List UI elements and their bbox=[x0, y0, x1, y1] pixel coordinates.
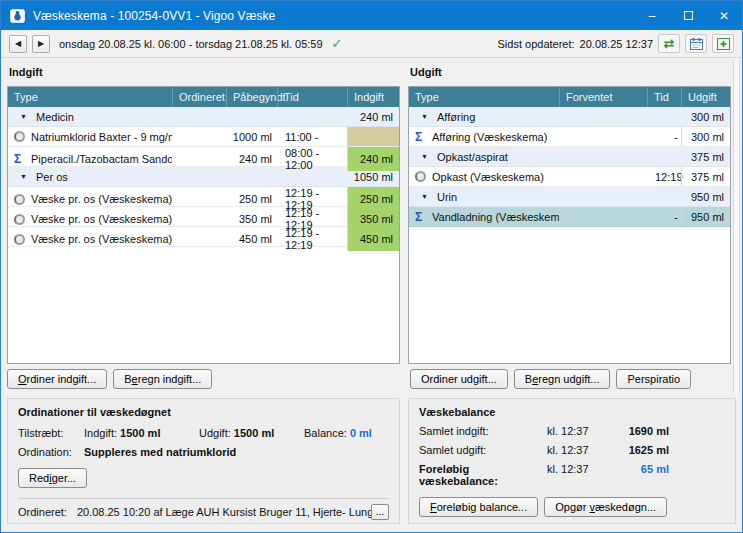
collapse-triangle-icon[interactable]: ▼ bbox=[20, 113, 30, 120]
time-value: - bbox=[647, 131, 681, 143]
row-label: Piperacil./Tazobactam Sandoz (4 g... bbox=[31, 153, 172, 165]
group-label: Medicin bbox=[36, 111, 74, 123]
minimize-button[interactable]: – bbox=[634, 1, 670, 30]
ordination-row: Ordination: Suppleres med natriumklorid bbox=[18, 446, 389, 459]
udgift-table-header: Type Forventet Tid Udgift bbox=[409, 87, 730, 107]
validated-check-icon: ✓ bbox=[332, 36, 343, 51]
more-details-button[interactable]: ... bbox=[371, 504, 389, 520]
infusion-status-icon bbox=[415, 171, 426, 182]
toolbar: ◀ ▶ onsdag 20.08.25 kl. 06:00 - torsdag … bbox=[1, 30, 742, 58]
arrow-left-icon: ◀ bbox=[15, 39, 21, 48]
row-label: Væske pr. os (Væskeskema) - Vand bbox=[31, 233, 172, 245]
ordinationer-targets-row: Tilstræbt: Indgift: 1500 ml Udgift: 1500… bbox=[18, 427, 389, 440]
forelobig-balance-button[interactable]: Foreløbig balance... bbox=[419, 497, 538, 517]
content-area: Indgift Type Ordineret Påbegyndt Tid Ind… bbox=[1, 58, 742, 524]
calendar-button[interactable] bbox=[685, 34, 707, 53]
vaeskebalance-panel: Væskebalance Samlet indgift: kl. 12:37 1… bbox=[408, 398, 736, 524]
table-row-group-opkast[interactable]: ▼Opkast/aspirat 375 ml bbox=[409, 147, 730, 167]
indgift-section-label: Indgift bbox=[9, 66, 400, 80]
row-label: Vandladning (Væskeskema) bbox=[432, 211, 559, 223]
collapse-triangle-icon[interactable]: ▼ bbox=[421, 113, 431, 120]
intake-value-cell bbox=[347, 127, 399, 146]
collapse-triangle-icon[interactable]: ▼ bbox=[421, 153, 431, 160]
time-range: 08:00 - 12:00 bbox=[277, 147, 347, 171]
samlet-udgift-value: 1625 ml bbox=[617, 444, 669, 457]
add-entry-button[interactable] bbox=[712, 34, 734, 53]
close-button[interactable]: ✕ bbox=[706, 1, 742, 30]
window-title: Væskeskema - 100254-0VV1 - Vigoo Væske bbox=[33, 9, 275, 23]
group-total-value: 375 ml bbox=[681, 147, 730, 166]
udgift-buttons: Ordiner udgift... Beregn udgift... Persp… bbox=[410, 369, 691, 389]
column-header-indgift: Indgift bbox=[347, 87, 399, 107]
sum-icon: Σ bbox=[415, 211, 426, 223]
column-header-udgift: Udgift bbox=[681, 87, 730, 107]
group-total-value: 950 ml bbox=[681, 187, 730, 206]
tilstraebt-label: Tilstræbt: bbox=[18, 427, 84, 440]
app-icon bbox=[10, 9, 25, 23]
table-row-natriumklorid[interactable]: Natriumklorid Baxter - 9 mg/ml 1000 ml 1… bbox=[8, 127, 399, 147]
samlet-indgift-value: 1690 ml bbox=[617, 425, 669, 438]
date-range-label: onsdag 20.08.25 kl. 06:00 - torsdag 21.0… bbox=[59, 38, 323, 50]
indgift-target-label: Indgift: bbox=[84, 427, 117, 439]
time-range: 12:19 - 12:19 bbox=[277, 227, 347, 251]
collapse-triangle-icon[interactable]: ▼ bbox=[421, 193, 431, 200]
ordination-value: Suppleres med natriumklorid bbox=[84, 446, 389, 459]
table-row-group-per-os[interactable]: ▼Per os 1050 ml bbox=[8, 167, 399, 187]
table-row-opkast[interactable]: Opkast (Væskeskema) 12:19 375 ml bbox=[409, 167, 730, 187]
ordiner-udgift-button[interactable]: Ordiner udgift... bbox=[410, 369, 508, 389]
next-day-button[interactable]: ▶ bbox=[32, 35, 50, 53]
column-header-ordineret: Ordineret bbox=[172, 87, 226, 107]
rediger-button[interactable]: Rediger... bbox=[18, 468, 87, 488]
opgor-vaeskedogn-button[interactable]: Opgør væskedøgn... bbox=[544, 497, 667, 517]
group-total-value: 1050 ml bbox=[347, 167, 399, 186]
table-row-group-urin[interactable]: ▼Urin 950 ml bbox=[409, 187, 730, 207]
maximize-button[interactable] bbox=[670, 1, 706, 30]
output-value-cell: 375 ml bbox=[681, 167, 730, 186]
forelobig-balance-value: 65 ml bbox=[617, 463, 669, 487]
panel-divider bbox=[18, 498, 389, 499]
previous-day-button[interactable]: ◀ bbox=[9, 35, 27, 53]
beregn-indgift-button[interactable]: Beregn indgift... bbox=[113, 369, 212, 389]
column-header-type: Type bbox=[409, 87, 559, 107]
right-scrollbar-gutter bbox=[733, 59, 740, 393]
column-header-pabegyndt: Påbegyndt bbox=[226, 87, 277, 107]
group-label: Opkast/aspirat bbox=[437, 151, 508, 163]
column-header-forventet: Forventet bbox=[559, 87, 647, 107]
row-label: Væske pr. os (Væskeskema) - Juice bbox=[31, 193, 172, 205]
infusion-status-icon bbox=[14, 131, 25, 142]
refresh-button[interactable]: ⇄ bbox=[658, 34, 680, 53]
ordineret-value: 20.08.25 10:20 af Læge AUH Kursist Bruge… bbox=[77, 506, 371, 518]
ordineret-label: Ordineret: bbox=[18, 506, 67, 518]
sum-icon: Σ bbox=[415, 131, 426, 143]
beregn-udgift-button[interactable]: Beregn udgift... bbox=[514, 369, 611, 389]
column-header-tid: Tid bbox=[277, 87, 347, 107]
ordered-amount: 1000 ml bbox=[172, 131, 277, 143]
ordiner-indgift-button[interactable]: Ordiner indgift... bbox=[7, 369, 107, 389]
group-total-value: 240 ml bbox=[347, 107, 399, 126]
udgift-target-value: 1500 ml bbox=[234, 427, 274, 439]
udgift-table: Type Forventet Tid Udgift ▼Afføring 300 … bbox=[408, 86, 731, 364]
title-bar: Væskeskema - 100254-0VV1 - Vigoo Væske –… bbox=[1, 1, 742, 30]
samlet-udgift-row: Samlet udgift: kl. 12:37 1625 ml bbox=[419, 444, 725, 457]
samlet-indgift-label: Samlet indgift: bbox=[419, 425, 547, 438]
indgift-table-header: Type Ordineret Påbegyndt Tid Indgift bbox=[8, 87, 399, 107]
ordered-amount: 250 ml bbox=[172, 193, 277, 205]
table-row-vandladning-selected[interactable]: ΣVandladning (Væskeskema) - 950 ml bbox=[409, 207, 730, 227]
ordinationer-panel: Ordinationer til væskedøgnet Tilstræbt: … bbox=[7, 398, 400, 524]
table-row-vand[interactable]: Væske pr. os (Væskeskema) - Vand 450 ml … bbox=[8, 227, 399, 247]
table-row-juice[interactable]: Væske pr. os (Væskeskema) - Juice 250 ml… bbox=[8, 187, 399, 207]
ordered-amount: 350 ml bbox=[172, 213, 277, 225]
maximize-icon bbox=[684, 11, 693, 20]
table-row-piperacil[interactable]: ΣPiperacil./Tazobactam Sandoz (4 g... 24… bbox=[8, 147, 399, 167]
output-value-cell: 300 ml bbox=[681, 127, 730, 146]
indgift-section: Indgift Type Ordineret Påbegyndt Tid Ind… bbox=[7, 58, 400, 364]
table-row-group-medicin[interactable]: ▼Medicin 240 ml bbox=[8, 107, 399, 127]
table-row-kaffe[interactable]: Væske pr. os (Væskeskema) - Kaff... 350 … bbox=[8, 207, 399, 227]
table-row-afforing-sum[interactable]: ΣAfføring (Væskeskema) - 300 ml bbox=[409, 127, 730, 147]
intake-value-cell: 450 ml bbox=[347, 227, 399, 251]
collapse-triangle-icon[interactable]: ▼ bbox=[20, 173, 30, 180]
perspiratio-button[interactable]: Perspiratio bbox=[616, 369, 691, 389]
udgift-target-label: Udgift: bbox=[199, 427, 231, 439]
indgift-buttons: Ordiner indgift... Beregn indgift... bbox=[7, 369, 400, 389]
table-row-group-afforing[interactable]: ▼Afføring 300 ml bbox=[409, 107, 730, 127]
